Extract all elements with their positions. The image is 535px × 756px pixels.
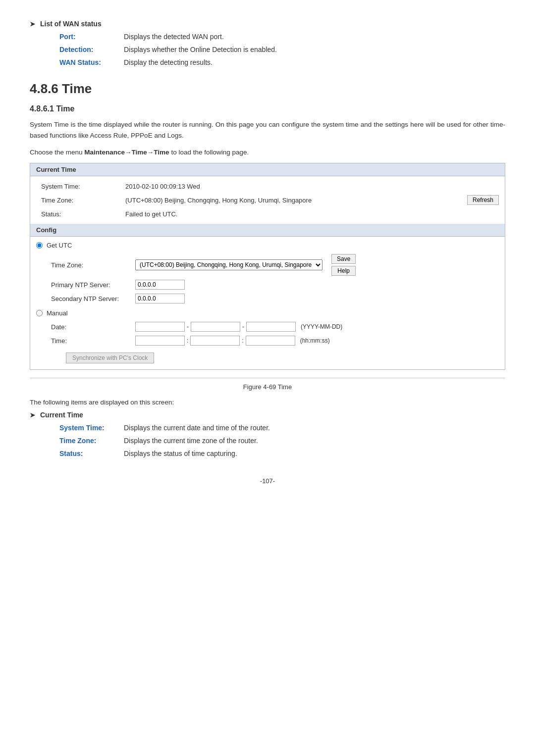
config-time-zone-value: (UTC+08:00) Beijing, Chongqing, Hong Kon… [135, 254, 499, 276]
intro-text: System Time is the time displayed while … [30, 119, 505, 141]
time-row: Time: : : (hh:mm:ss) [36, 334, 499, 348]
system-time-bottom-label: System Time: [59, 424, 124, 432]
date-month-input[interactable] [191, 322, 240, 332]
port-desc: Displays the detected WAN port. [124, 33, 224, 41]
time-label: Time: [51, 337, 135, 345]
time-zone-bottom-label: Time Zone: [59, 437, 124, 445]
date-label: Date: [51, 323, 135, 331]
manual-label: Manual [47, 309, 68, 317]
current-time-header: Current Time [30, 163, 505, 176]
status-value: Failed to get UTC. [125, 210, 499, 218]
status-label: Status: [36, 210, 125, 218]
get-utc-row: Get UTC [36, 241, 499, 250]
page-number: -107- [30, 477, 505, 485]
get-utc-radio[interactable] [36, 242, 43, 249]
secondary-ntp-label: Secondary NTP Server: [51, 295, 135, 302]
system-time-bottom-desc: Displays the current date and time of th… [124, 424, 270, 432]
config-panel: Current Time System Time: 2010-02-10 00:… [30, 163, 505, 370]
time-sep2: : [242, 337, 243, 344]
current-time-rows: System Time: 2010-02-10 00:09:13 Wed Tim… [30, 176, 505, 224]
current-time-bullet: Current Time [40, 411, 83, 419]
detection-label: Detection: [59, 46, 124, 53]
figure-caption: Figure 4-69 Time [30, 383, 505, 391]
current-time-bullet-row: ➤ Current Time [30, 411, 505, 419]
secondary-ntp-value [135, 294, 499, 303]
config-time-zone-row: Time Zone: (UTC+08:00) Beijing, Chongqin… [36, 252, 499, 278]
bullet-arrow: ➤ [30, 20, 35, 28]
date-day-input[interactable] [246, 322, 296, 332]
help-button[interactable]: Help [331, 266, 356, 276]
get-utc-label: Get UTC [47, 242, 72, 249]
time-zone-select[interactable]: (UTC+08:00) Beijing, Chongqing, Hong Kon… [135, 259, 322, 270]
time-sec-input[interactable] [246, 336, 295, 346]
date-year-input[interactable] [135, 322, 185, 332]
config-inner: Get UTC Time Zone: (UTC+08:00) Beijing, … [30, 237, 505, 369]
sync-button[interactable]: Synchronize with PC's Clock [66, 353, 154, 363]
date-value: - - (YYYY-MM-DD) [135, 322, 499, 332]
time-zone-display-label: Time Zone: [36, 197, 125, 204]
primary-ntp-label: Primary NTP Server: [51, 281, 135, 289]
date-format: (YYYY-MM-DD) [301, 323, 342, 330]
date-row: Date: - - (YYYY-MM-DD) [36, 320, 499, 334]
config-header: Config [30, 224, 505, 237]
section-486: 4.8.6 Time 4.8.6.1 Time System Time is t… [30, 81, 505, 156]
time-value: : : (hh:mm:ss) [135, 336, 499, 346]
section-divider [30, 378, 505, 378]
time-hour-input[interactable] [135, 336, 185, 346]
status-bottom-label: Status: [59, 450, 124, 457]
manual-row: Manual [36, 308, 499, 318]
heading-486: 4.8.6 Time [30, 81, 505, 97]
list-item: Time Zone: Displays the current time zon… [59, 437, 505, 445]
save-help-buttons: Save Help [327, 254, 356, 276]
time-sep1: : [187, 337, 188, 344]
bottom-field-list: System Time: Displays the current date a… [59, 424, 505, 457]
time-zone-row: Time Zone: (UTC+08:00) Beijing, Chongqin… [30, 193, 505, 207]
time-format: (hh:mm:ss) [300, 337, 330, 344]
menu-path: Maintenance→Time→Time [84, 149, 169, 156]
wan-status-label: WAN Status: [59, 58, 124, 66]
detection-desc: Displays whether the Online Detection is… [124, 46, 277, 53]
manual-radio[interactable] [36, 310, 43, 316]
date-sep2: - [242, 323, 244, 330]
port-label: Port: [59, 33, 124, 41]
bullet-arrow-2: ➤ [30, 411, 35, 419]
following-text: The following items are displayed on thi… [30, 399, 505, 406]
date-sep1: - [187, 323, 189, 330]
save-button[interactable]: Save [331, 254, 356, 264]
primary-ntp-row: Primary NTP Server: [36, 278, 499, 292]
status-bottom-desc: Displays the status of time capturing. [124, 450, 237, 457]
secondary-ntp-row: Secondary NTP Server: [36, 292, 499, 305]
time-zone-display-value: (UTC+08:00) Beijing, Chongqing, Hong Kon… [125, 197, 461, 204]
list-item: Status: Displays the status of time capt… [59, 450, 505, 457]
bottom-section: The following items are displayed on thi… [30, 399, 505, 457]
time-min-input[interactable] [190, 336, 240, 346]
wan-status-list-section: ➤ List of WAN status Port: Displays the … [30, 20, 505, 66]
wan-list-title: List of WAN status [40, 20, 102, 28]
list-item: WAN Status: Display the detecting result… [59, 58, 505, 66]
system-time-value: 2010-02-10 00:09:13 Wed [125, 183, 499, 190]
sync-row: Synchronize with PC's Clock [36, 348, 499, 365]
list-item: System Time: Displays the current date a… [59, 424, 505, 432]
refresh-button[interactable]: Refresh [467, 195, 499, 205]
menu-instruction: Choose the menu Maintenance→Time→Time to… [30, 149, 505, 156]
config-time-zone-label: Time Zone: [51, 261, 135, 269]
primary-ntp-value [135, 280, 499, 290]
list-item: Detection: Displays whether the Online D… [59, 46, 505, 53]
wan-status-desc: Display the detecting results. [124, 58, 213, 66]
system-time-label: System Time: [36, 183, 125, 190]
list-item: Port: Displays the detected WAN port. [59, 33, 505, 41]
status-row: Status: Failed to get UTC. [30, 207, 505, 221]
time-zone-bottom-desc: Displays the current time zone of the ro… [124, 437, 258, 445]
heading-4861: 4.8.6.1 Time [30, 104, 505, 113]
primary-ntp-input[interactable] [135, 280, 185, 290]
secondary-ntp-input[interactable] [135, 294, 185, 303]
wan-field-list: Port: Displays the detected WAN port. De… [59, 33, 505, 66]
system-time-row: System Time: 2010-02-10 00:09:13 Wed [30, 179, 505, 193]
